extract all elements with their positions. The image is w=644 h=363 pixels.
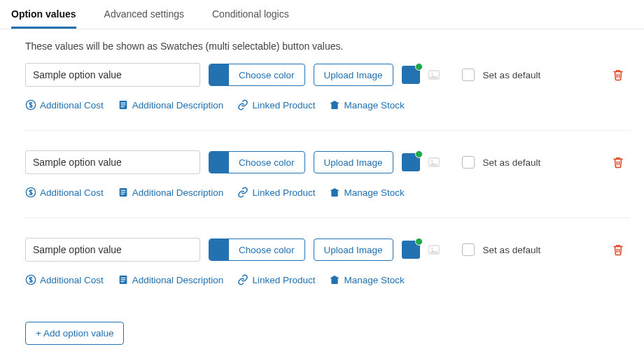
linked-product-label: Linked Product: [252, 187, 315, 198]
manage-stock-label: Manage Stock: [344, 100, 404, 111]
option-row: Choose color Upload Image Set as default…: [25, 60, 630, 130]
option-rows: Choose color Upload Image Set as default…: [0, 60, 644, 305]
svg-rect-5: [120, 104, 125, 105]
upload-image-button[interactable]: Upload Image: [314, 64, 393, 86]
stock-icon: [329, 99, 340, 111]
linked-product-label: Linked Product: [252, 275, 315, 285]
dollar-icon: [25, 187, 36, 198]
choose-color-button[interactable]: Choose color: [209, 239, 305, 261]
svg-point-8: [431, 160, 433, 162]
svg-rect-12: [120, 192, 125, 192]
svg-rect-4: [120, 103, 125, 104]
link-icon: [237, 187, 248, 198]
additional-cost-label: Additional Cost: [40, 275, 104, 285]
linked-product-label: Linked Product: [252, 100, 315, 111]
tab-conditional-logics[interactable]: Conditional logics: [212, 0, 289, 29]
choose-color-button[interactable]: Choose color: [209, 64, 305, 86]
link-icon: [237, 99, 248, 111]
linked-product-link[interactable]: Linked Product: [237, 274, 315, 285]
svg-rect-6: [120, 106, 124, 107]
linked-product-link[interactable]: Linked Product: [237, 99, 315, 111]
dollar-icon: [25, 274, 36, 285]
color-swatch-fill: [209, 64, 229, 85]
svg-rect-19: [120, 279, 125, 280]
svg-rect-11: [120, 190, 125, 191]
option-value-input[interactable]: [25, 63, 200, 87]
tabs-bar: Option values Advanced settings Conditio…: [0, 0, 644, 29]
dollar-icon: [25, 99, 36, 111]
additional-description-link[interactable]: Additional Description: [118, 274, 224, 285]
option-value-input[interactable]: [25, 238, 200, 262]
manage-stock-link[interactable]: Manage Stock: [329, 187, 404, 198]
additional-cost-link[interactable]: Additional Cost: [25, 99, 104, 111]
option-row: Choose color Upload Image Set as default…: [25, 130, 630, 218]
hint-text: These values will be shown as Swatches (…: [0, 29, 644, 60]
additional-cost-link[interactable]: Additional Cost: [25, 187, 104, 198]
set-default-checkbox[interactable]: [462, 243, 475, 256]
color-swatch-fill: [209, 152, 229, 173]
set-default-label: Set as default: [483, 245, 541, 255]
image-placeholder-icon: [428, 157, 440, 167]
description-icon: [118, 187, 129, 198]
description-icon: [118, 99, 129, 111]
svg-point-15: [431, 248, 433, 250]
svg-rect-18: [120, 278, 125, 278]
manage-stock-label: Manage Stock: [344, 187, 404, 198]
upload-image-button[interactable]: Upload Image: [314, 239, 393, 261]
svg-rect-13: [120, 194, 124, 194]
color-swatch-fill: [209, 239, 229, 260]
stock-icon: [329, 274, 340, 285]
add-option-value-button[interactable]: + Add option value: [25, 322, 124, 345]
set-default-checkbox[interactable]: [462, 156, 475, 169]
color-preview-swatch[interactable]: [402, 153, 420, 171]
description-icon: [118, 274, 129, 285]
color-preview-swatch[interactable]: [402, 241, 420, 259]
choose-color-label: Choose color: [229, 245, 304, 255]
set-default-label: Set as default: [483, 157, 541, 168]
manage-stock-link[interactable]: Manage Stock: [329, 274, 404, 285]
additional-description-label: Additional Description: [132, 100, 224, 111]
additional-cost-label: Additional Cost: [40, 100, 104, 111]
manage-stock-link[interactable]: Manage Stock: [329, 99, 404, 111]
set-default-checkbox[interactable]: [462, 69, 475, 81]
choose-color-button[interactable]: Choose color: [209, 151, 305, 173]
image-placeholder-icon: [428, 245, 440, 255]
svg-rect-20: [120, 281, 124, 282]
set-default-label: Set as default: [483, 70, 541, 80]
color-preview-swatch[interactable]: [402, 66, 420, 84]
link-icon: [237, 274, 248, 285]
delete-icon[interactable]: [612, 68, 624, 82]
additional-cost-link[interactable]: Additional Cost: [25, 274, 104, 285]
tab-option-values[interactable]: Option values: [11, 0, 76, 29]
upload-image-button[interactable]: Upload Image: [314, 151, 393, 173]
image-placeholder-icon: [428, 70, 440, 80]
manage-stock-label: Manage Stock: [344, 275, 404, 285]
choose-color-label: Choose color: [229, 70, 304, 80]
option-row: Choose color Upload Image Set as default…: [25, 218, 630, 305]
delete-icon[interactable]: [612, 243, 624, 257]
svg-point-1: [431, 73, 433, 75]
linked-product-link[interactable]: Linked Product: [237, 187, 315, 198]
option-value-input[interactable]: [25, 150, 200, 174]
additional-cost-label: Additional Cost: [40, 187, 104, 198]
delete-icon[interactable]: [612, 155, 624, 169]
additional-description-link[interactable]: Additional Description: [118, 99, 224, 111]
additional-description-label: Additional Description: [132, 275, 224, 285]
stock-icon: [329, 187, 340, 198]
additional-description-label: Additional Description: [132, 187, 224, 198]
choose-color-label: Choose color: [229, 157, 304, 168]
tab-advanced-settings[interactable]: Advanced settings: [104, 0, 184, 29]
additional-description-link[interactable]: Additional Description: [118, 187, 224, 198]
